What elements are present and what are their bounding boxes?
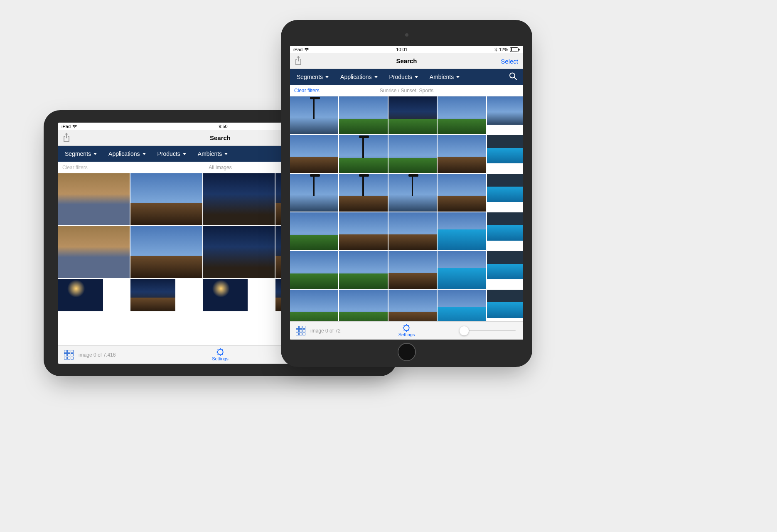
grid-image[interactable] xyxy=(290,96,338,134)
svg-line-25 xyxy=(404,330,405,330)
grid-image[interactable] xyxy=(203,173,275,225)
chevron-down-icon xyxy=(143,153,146,155)
chevron-down-icon xyxy=(224,153,228,155)
grid-image[interactable] xyxy=(388,135,437,173)
grid-image[interactable] xyxy=(388,96,437,134)
svg-line-10 xyxy=(222,350,223,350)
grid-image[interactable] xyxy=(58,173,130,225)
settings-label: Settings xyxy=(398,332,415,337)
svg-line-22 xyxy=(404,325,405,326)
grid-image[interactable] xyxy=(388,174,437,212)
filter-applications[interactable]: Applications xyxy=(108,150,146,157)
grid-image[interactable] xyxy=(290,212,338,250)
grid-image[interactable] xyxy=(388,251,437,289)
grid-image[interactable] xyxy=(438,290,486,321)
nav-bar: Search Select xyxy=(290,53,523,69)
grid-image[interactable] xyxy=(203,226,275,278)
filter-ambients[interactable]: Ambients xyxy=(198,150,228,157)
filter-applications[interactable]: Applications xyxy=(340,74,378,80)
grid-image[interactable] xyxy=(487,174,523,202)
applied-filters-text: Sunrise / Sunset, Sports xyxy=(380,88,433,94)
applied-filters-bar: Clear filters Sunrise / Sunset, Sports xyxy=(290,85,523,96)
filter-segments[interactable]: Segments xyxy=(65,150,97,157)
grid-image[interactable] xyxy=(487,135,523,163)
grid-image[interactable] xyxy=(130,173,202,225)
screen-portrait: iPad 10:01 12% Search Select Segments xyxy=(290,46,523,340)
chevron-down-icon xyxy=(93,153,97,155)
clock: 9:50 xyxy=(219,124,227,129)
settings-button[interactable]: Settings xyxy=(212,348,229,361)
svg-line-23 xyxy=(408,330,409,330)
svg-line-24 xyxy=(408,325,409,326)
svg-point-15 xyxy=(510,73,515,78)
front-camera xyxy=(405,33,408,37)
svg-rect-13 xyxy=(511,48,512,51)
grid-size-icon[interactable] xyxy=(64,350,74,360)
grid-image[interactable] xyxy=(388,290,437,321)
chevron-down-icon xyxy=(374,76,378,78)
status-bar: iPad 10:01 12% xyxy=(290,46,523,53)
slider-knob[interactable] xyxy=(460,326,469,335)
grid-image[interactable] xyxy=(339,251,387,289)
grid-image[interactable] xyxy=(339,212,387,250)
grid-size-icon[interactable] xyxy=(296,326,305,335)
grid-image[interactable] xyxy=(438,96,486,134)
grid-image[interactable] xyxy=(438,135,486,173)
chevron-down-icon xyxy=(325,76,329,78)
page-title: Search xyxy=(210,134,231,141)
svg-rect-14 xyxy=(519,49,520,50)
image-counter: image 0 of 7.416 xyxy=(79,352,116,358)
grid-image[interactable] xyxy=(438,251,486,289)
filter-products[interactable]: Products xyxy=(389,74,418,80)
grid-image[interactable] xyxy=(290,174,338,212)
settings-label: Settings xyxy=(212,356,229,361)
image-counter: image 0 of 72 xyxy=(310,328,341,334)
grid-image[interactable] xyxy=(58,226,130,278)
filter-bar: Segments Applications Products Ambients xyxy=(290,69,523,85)
grid-image[interactable] xyxy=(487,290,523,318)
grid-image[interactable] xyxy=(487,212,523,241)
device-label: iPad xyxy=(61,124,71,129)
grid-image[interactable] xyxy=(339,290,387,321)
filter-ambients[interactable]: Ambients xyxy=(430,74,460,80)
chevron-down-icon xyxy=(415,76,418,78)
grid-image[interactable] xyxy=(290,135,338,173)
grid-image[interactable] xyxy=(438,212,486,250)
grid-image[interactable] xyxy=(130,226,202,278)
filter-segments[interactable]: Segments xyxy=(297,74,329,80)
device-label: iPad xyxy=(293,47,302,52)
search-icon[interactable] xyxy=(509,72,517,82)
grid-image[interactable] xyxy=(339,135,387,173)
filter-products[interactable]: Products xyxy=(157,150,186,157)
grid-image[interactable] xyxy=(290,251,338,289)
grid-image[interactable] xyxy=(130,279,175,311)
chevron-down-icon xyxy=(183,153,186,155)
zoom-slider[interactable] xyxy=(462,330,516,331)
select-button[interactable]: Select xyxy=(501,57,518,64)
grid-image[interactable] xyxy=(290,290,338,321)
svg-line-9 xyxy=(222,354,223,355)
share-icon[interactable] xyxy=(294,55,302,66)
grid-image[interactable] xyxy=(388,212,437,250)
grid-image[interactable] xyxy=(203,279,248,311)
grid-image[interactable] xyxy=(487,251,523,279)
grid-image[interactable] xyxy=(438,174,486,212)
gear-icon xyxy=(403,324,411,332)
applied-filters-text: All images xyxy=(209,165,231,170)
battery-icon xyxy=(510,47,520,52)
grid-image[interactable] xyxy=(339,174,387,212)
grid-image[interactable] xyxy=(487,96,523,125)
clear-filters-button[interactable]: Clear filters xyxy=(294,88,320,94)
wifi-icon xyxy=(72,125,77,128)
page-title: Search xyxy=(396,57,417,64)
home-button[interactable] xyxy=(398,343,416,361)
share-icon[interactable] xyxy=(62,132,71,143)
svg-line-16 xyxy=(514,78,516,80)
bluetooth-icon xyxy=(494,47,497,52)
clock: 10:01 xyxy=(396,47,408,52)
clear-filters-button[interactable]: Clear filters xyxy=(62,165,88,170)
settings-button[interactable]: Settings xyxy=(398,324,415,337)
grid-image[interactable] xyxy=(58,279,103,311)
wifi-icon xyxy=(304,48,309,52)
grid-image[interactable] xyxy=(339,96,387,134)
